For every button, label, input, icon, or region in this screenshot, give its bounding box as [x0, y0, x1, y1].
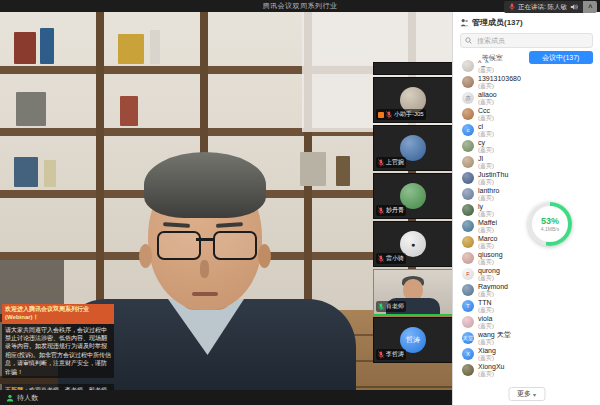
- member-meta: XiongXu (嘉宾): [478, 363, 504, 377]
- member-role: (嘉宾): [478, 339, 511, 345]
- speaker-glasses: [157, 231, 201, 260]
- member-row[interactable]: Maffei (嘉宾): [453, 218, 600, 234]
- video-thumbnail[interactable]: ● 雷小骑: [373, 221, 453, 267]
- member-role: (嘉宾): [478, 227, 497, 233]
- member-meta: cl (嘉宾): [478, 123, 494, 137]
- member-row[interactable]: cy (嘉宾): [453, 138, 600, 154]
- member-avatar: [462, 60, 474, 72]
- member-meta: Marco (嘉宾): [478, 235, 497, 249]
- member-row[interactable]: Raymond (嘉宾): [453, 282, 600, 298]
- member-meta: Raymond (嘉宾): [478, 283, 508, 297]
- member-name: cy: [478, 139, 494, 146]
- member-avatar: [462, 316, 474, 328]
- member-role: (嘉宾): [478, 131, 494, 137]
- bookshelf-decor: [120, 96, 138, 126]
- member-name: Maffei: [478, 219, 497, 226]
- member-avatar: [462, 172, 474, 184]
- member-meta: viola (嘉宾): [478, 315, 494, 329]
- muted-mic-icon: [378, 351, 384, 359]
- bottom-status-bar: 待人数: [0, 390, 452, 405]
- member-meta: TTN (嘉宾): [478, 299, 494, 313]
- member-meta: qiusong (嘉宾): [478, 251, 503, 265]
- speaker-glasses: [213, 231, 257, 260]
- bookshelf-decor: [16, 92, 46, 126]
- video-thumbnail[interactable]: [373, 62, 453, 75]
- member-role: (嘉宾): [478, 67, 494, 73]
- member-row[interactable]: qiusong (嘉宾): [453, 250, 600, 266]
- member-role: (嘉宾): [478, 275, 500, 281]
- member-row[interactable]: ly (嘉宾): [453, 202, 600, 218]
- more-button[interactable]: 更多 ▾: [508, 387, 545, 401]
- muted-mic-icon: [378, 207, 384, 215]
- member-role: (嘉宾): [478, 355, 496, 361]
- member-role: (嘉宾): [478, 83, 521, 89]
- member-avatar: 天堂: [462, 332, 474, 344]
- member-meta: cy (嘉宾): [478, 139, 494, 153]
- member-search-box[interactable]: [460, 33, 593, 48]
- member-row[interactable]: F qurong (嘉宾): [453, 266, 600, 282]
- member-avatar: c: [462, 124, 474, 136]
- member-avatar: [462, 364, 474, 376]
- member-row[interactable]: 天堂 wang 天堂 (嘉宾): [453, 330, 600, 346]
- member-avatar-text: F: [466, 271, 469, 277]
- member-name: aliaoo: [478, 91, 497, 98]
- member-avatar: [462, 236, 474, 248]
- video-thumbnail[interactable]: 妙丹青: [373, 173, 453, 219]
- member-row[interactable]: T TTN (嘉宾): [453, 298, 600, 314]
- member-name: Raymond: [478, 283, 508, 290]
- thumbnail-avatar-text: ●: [411, 241, 415, 248]
- member-avatar: [462, 204, 474, 216]
- member-row[interactable]: Ccc (嘉宾): [453, 106, 600, 122]
- search-input[interactable]: [475, 36, 588, 45]
- volume-icon: [570, 3, 578, 11]
- member-row[interactable]: lanthro (嘉宾): [453, 186, 600, 202]
- member-row[interactable]: X Xiang (嘉宾): [453, 346, 600, 362]
- member-name: viola: [478, 315, 494, 322]
- member-role: (嘉宾): [478, 259, 503, 265]
- progress-ring-inner: 53% 4.1MB/s: [532, 206, 568, 242]
- pill-collapse-area[interactable]: ^: [583, 1, 597, 13]
- member-name: Ccc: [478, 107, 494, 114]
- member-row[interactable]: XiongXu (嘉宾): [453, 362, 600, 378]
- member-row[interactable]: viola (嘉宾): [453, 314, 600, 330]
- member-row[interactable]: Marco (嘉宾): [453, 234, 600, 250]
- muted-mic-icon: [386, 111, 392, 119]
- chevron-down-icon: ▾: [533, 391, 536, 398]
- window-title: 腾讯会议双周系列行业: [263, 1, 338, 11]
- bookshelf-decor: [40, 28, 54, 64]
- member-role: (嘉宾): [478, 371, 504, 377]
- speaker-glasses-bridge: [196, 238, 214, 241]
- video-thumbnail[interactable]: 小助手-J05: [373, 77, 453, 123]
- member-row[interactable]: 13913103680 (嘉宾): [453, 74, 600, 90]
- member-name: XiongXu: [478, 363, 504, 370]
- member-name: cl: [478, 123, 494, 130]
- member-meta: ^_^ (嘉宾): [478, 59, 494, 73]
- thumbnail-name: 肖老师: [386, 302, 404, 311]
- member-role: (嘉宾): [478, 147, 494, 153]
- member-panel-header: 管理成员(137): [453, 12, 600, 31]
- thumbnail-name: 雷小骑: [386, 254, 404, 263]
- member-row[interactable]: JustinThu (嘉宾): [453, 170, 600, 186]
- bookshelf-decor: [14, 157, 38, 187]
- speaker-nose: [200, 260, 209, 278]
- member-name: JustinThu: [478, 171, 508, 178]
- member-meta: ly (嘉宾): [478, 203, 494, 217]
- member-row[interactable]: Jl (嘉宾): [453, 154, 600, 170]
- video-thumbnail[interactable]: 哲涛 李哲涛: [373, 317, 453, 363]
- bookshelf-decor: [118, 34, 144, 64]
- member-meta: wang 天堂 (嘉宾): [478, 331, 511, 345]
- member-avatar: [462, 188, 474, 200]
- video-thumbnail[interactable]: 上官婉: [373, 125, 453, 171]
- member-avatar: [462, 156, 474, 168]
- member-avatar: [462, 140, 474, 152]
- member-row[interactable]: ^_^ (嘉宾): [453, 58, 600, 74]
- member-meta: Jl (嘉宾): [478, 155, 494, 169]
- member-name: Marco: [478, 235, 497, 242]
- progress-speed: 4.1MB/s: [541, 227, 559, 232]
- member-list: ^_^ (嘉宾) 13913103680 (嘉宾) 亦 aliaoo (嘉宾): [453, 58, 600, 388]
- member-name: Xiang: [478, 347, 496, 354]
- member-row[interactable]: c cl (嘉宾): [453, 122, 600, 138]
- video-thumbnail[interactable]: 肖老师: [373, 269, 453, 315]
- member-row[interactable]: 亦 aliaoo (嘉宾): [453, 90, 600, 106]
- member-avatar-text: 亦: [465, 95, 471, 102]
